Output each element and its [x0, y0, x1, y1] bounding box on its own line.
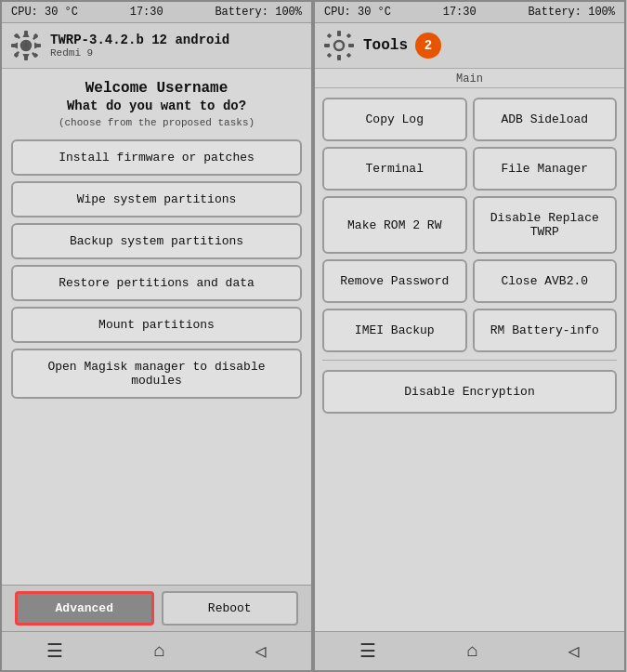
right-time-status: 17:30 — [443, 6, 477, 19]
svg-rect-3 — [24, 55, 28, 60]
left-home-nav-icon[interactable]: ⌂ — [153, 640, 164, 662]
remove-password-button[interactable]: Remove Password — [322, 259, 467, 303]
svg-rect-13 — [324, 44, 330, 47]
right-home-nav-icon[interactable]: ⌂ — [466, 640, 477, 662]
close-avb2-button[interactable]: Close AVB2.0 — [473, 259, 618, 303]
mount-partitions-button[interactable]: Mount partitions — [11, 307, 302, 343]
svg-rect-14 — [348, 44, 354, 47]
svg-rect-4 — [11, 44, 17, 47]
terminal-button[interactable]: Terminal — [322, 147, 467, 191]
magisk-manager-button[interactable]: Open Magisk manager to disable modules — [11, 349, 302, 399]
left-nav-bar: ☰ ⌂ ◁ — [2, 631, 311, 670]
tools-sub-label: Main — [315, 69, 624, 88]
disable-replace-twrp-button[interactable]: Disable Replace TWRP — [473, 196, 618, 254]
svg-rect-17 — [327, 53, 333, 59]
welcome-hint: (choose from the proposed tasks) — [59, 117, 255, 128]
tools-header-left: Tools 2 — [324, 31, 441, 60]
right-back-nav-icon[interactable]: ◁ — [568, 639, 579, 663]
left-device-name: Redmi 9 — [50, 47, 229, 59]
svg-rect-2 — [24, 31, 28, 36]
left-cpu-status: CPU: 30 °C — [11, 6, 78, 19]
backup-system-button[interactable]: Backup system partitions — [11, 223, 302, 259]
restore-partitions-button[interactable]: Restore pertitions and data — [11, 265, 302, 301]
left-time-status: 17:30 — [130, 6, 163, 19]
svg-rect-16 — [346, 33, 352, 39]
svg-rect-12 — [337, 55, 341, 60]
tools-divider — [322, 360, 617, 361]
tools-content: Copy Log ADB Sideload Terminal File Mana… — [315, 88, 624, 631]
left-header-text: TWRP-3.4.2.b 12 android Redmi 9 — [50, 33, 229, 59]
install-firmware-button[interactable]: Install firmware or patches — [11, 139, 302, 176]
imei-backup-button[interactable]: IMEI Backup — [322, 309, 467, 352]
tools-header: Tools 2 — [315, 23, 624, 69]
svg-rect-18 — [346, 53, 352, 59]
tools-grid-1: Copy Log ADB Sideload Terminal File Mana… — [322, 98, 617, 352]
tools-gear-icon — [324, 31, 354, 60]
tools-title: Tools — [363, 37, 408, 54]
right-battery-status: Battery: 100% — [528, 6, 615, 19]
left-main-content: Welcome Username What do you want to do?… — [2, 69, 311, 585]
right-menu-nav-icon[interactable]: ☰ — [359, 639, 376, 663]
right-panel: CPU: 30 °C 17:30 Battery: 100% Tools 2 M… — [313, 0, 626, 672]
gear-icon — [11, 31, 41, 60]
tools-badge: 2 — [415, 33, 441, 59]
advanced-button[interactable]: Advanced — [15, 591, 154, 626]
right-nav-bar: ☰ ⌂ ◁ — [315, 631, 624, 670]
svg-rect-5 — [35, 44, 41, 47]
rm-battery-info-button[interactable]: RM Battery-info — [473, 309, 618, 352]
welcome-line2: What do you want to do? — [67, 99, 246, 113]
left-menu-nav-icon[interactable]: ☰ — [46, 639, 63, 663]
left-back-nav-icon[interactable]: ◁ — [255, 639, 266, 663]
copy-log-button[interactable]: Copy Log — [322, 98, 467, 141]
file-manager-button[interactable]: File Manager — [473, 147, 618, 191]
right-cpu-status: CPU: 30 °C — [324, 6, 391, 19]
left-app-title: TWRP-3.4.2.b 12 android — [50, 33, 229, 47]
left-header: TWRP-3.4.2.b 12 android Redmi 9 — [2, 23, 311, 69]
left-panel: CPU: 30 °C 17:30 Battery: 100% TWRP-3.4.… — [0, 0, 313, 672]
welcome-line1: Welcome Username — [85, 80, 229, 97]
right-status-bar: CPU: 30 °C 17:30 Battery: 100% — [315, 2, 624, 23]
left-battery-status: Battery: 100% — [215, 6, 302, 19]
left-bottom-bar: Advanced Reboot — [2, 585, 311, 631]
make-rom-2-rw-button[interactable]: Make ROM 2 RW — [322, 196, 467, 254]
svg-rect-11 — [337, 31, 341, 36]
svg-rect-15 — [327, 33, 333, 39]
reboot-button[interactable]: Reboot — [162, 591, 299, 626]
adb-sideload-button[interactable]: ADB Sideload — [473, 98, 618, 141]
svg-point-10 — [334, 41, 344, 50]
wipe-system-button[interactable]: Wipe system partitions — [11, 181, 302, 217]
left-status-bar: CPU: 30 °C 17:30 Battery: 100% — [2, 2, 311, 23]
disable-encryption-button[interactable]: Disable Encryption — [322, 370, 617, 414]
